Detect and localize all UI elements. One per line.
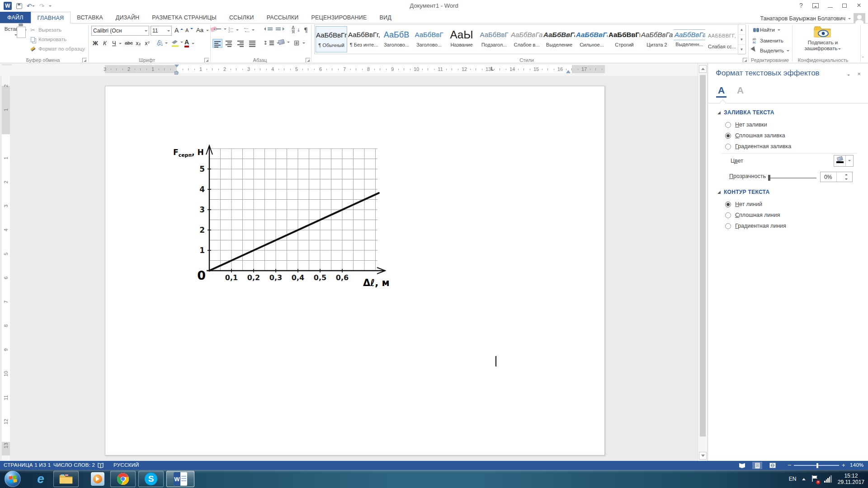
document-chart[interactable]: 0,10,20,30,40,50,6123450Fсерп, НΔℓ, м xyxy=(169,134,399,292)
radio-no-line[interactable]: Нет линий xyxy=(725,201,762,207)
bold-button[interactable]: Ж xyxy=(93,40,98,47)
zoom-slider[interactable] xyxy=(794,465,839,466)
minimize-button[interactable] xyxy=(824,0,836,10)
clipboard-dialog-launcher[interactable] xyxy=(82,58,87,62)
radio-icon-selected[interactable] xyxy=(725,202,731,207)
styles-scroll-down-icon[interactable]: ▼ xyxy=(738,35,745,45)
print-layout-icon[interactable] xyxy=(752,462,762,469)
strikethrough-button[interactable]: abc xyxy=(125,40,133,46)
style-heading1[interactable]: АаБбВЗаголово... xyxy=(381,26,412,52)
tab-view[interactable]: ВИД xyxy=(373,12,397,23)
styles-more-icon[interactable]: ▼ xyxy=(738,45,745,55)
tab-file[interactable]: ФАЙЛ xyxy=(0,12,31,23)
change-case-button[interactable]: Аа xyxy=(196,27,209,33)
justify-button[interactable] xyxy=(248,39,258,48)
zoom-in-button[interactable]: + xyxy=(842,462,845,469)
increase-indent-button[interactable] xyxy=(276,27,286,31)
avatar[interactable] xyxy=(854,13,865,24)
shading-button[interactable] xyxy=(278,40,290,44)
styles-gallery-scroll[interactable]: ▲ ▼ ▼ xyxy=(738,24,746,54)
zoom-level[interactable]: 140% xyxy=(850,462,864,468)
highlight-button[interactable] xyxy=(172,40,183,44)
radio-no-fill[interactable]: Нет заливки xyxy=(725,122,767,128)
zoom-out-button[interactable]: − xyxy=(788,461,791,469)
scroll-down-icon[interactable] xyxy=(699,452,707,460)
superscript-button[interactable]: x² xyxy=(145,40,150,47)
spin-down-icon[interactable] xyxy=(840,177,853,182)
radio-icon[interactable] xyxy=(725,122,731,128)
language-indicator[interactable]: РУССКИЙ xyxy=(113,462,139,468)
style-no-spacing[interactable]: АаБбВвГг,¶ Без инте... xyxy=(348,26,380,52)
action-center-icon[interactable]: ✕ xyxy=(811,475,818,483)
left-indent-marker[interactable] xyxy=(175,71,178,75)
borders-button[interactable]: ⊞ xyxy=(294,39,305,47)
radio-icon[interactable] xyxy=(725,223,731,229)
style-heading2[interactable]: АаБбВвГЗаголово... xyxy=(413,26,445,52)
style-quote2[interactable]: АаБбВвГаЦитата 2 xyxy=(641,26,673,52)
pane-tab-text-outline[interactable]: А xyxy=(735,85,745,96)
grow-font-button[interactable]: А xyxy=(175,27,183,34)
style-emphasis[interactable]: АаБбВвГаВыделение xyxy=(543,26,575,52)
tab-review[interactable]: РЕЦЕНЗИРОВАНИЕ xyxy=(305,12,373,23)
find-button[interactable]: Найти xyxy=(750,26,780,33)
tab-home[interactable]: ГЛАВНАЯ xyxy=(31,12,71,23)
show-marks-button[interactable]: ¶ xyxy=(304,26,308,33)
cut-button[interactable]: ✂ Вырезать xyxy=(29,26,61,33)
tab-insert[interactable]: ВСТАВКА xyxy=(71,12,109,23)
style-subtle-emphasis[interactable]: АаБбВвГаСлабое в... xyxy=(511,26,542,52)
taskbar-internet-explorer[interactable]: e xyxy=(28,471,53,487)
subscript-button[interactable]: x₂ xyxy=(136,40,141,47)
scroll-up-icon[interactable] xyxy=(699,65,707,73)
align-left-button[interactable] xyxy=(212,39,222,48)
proofing-icon[interactable] xyxy=(96,462,106,469)
clock[interactable]: 15:12 29.11.2017 xyxy=(838,473,864,485)
right-indent-marker[interactable] xyxy=(566,68,571,73)
start-button[interactable] xyxy=(5,471,21,487)
style-subtitle[interactable]: АаБбВвГПодзагол... xyxy=(478,26,510,52)
collapse-icon[interactable]: ◢ xyxy=(717,190,721,194)
section-header-text-outline[interactable]: КОНТУР ТЕКСТА xyxy=(724,189,769,195)
replace-button[interactable]: abac Заменить xyxy=(750,37,783,44)
read-mode-icon[interactable] xyxy=(737,462,747,469)
line-spacing-button[interactable]: ↕ xyxy=(263,40,279,46)
font-color-button[interactable]: А xyxy=(184,39,194,47)
styles-scroll-up-icon[interactable]: ▲ xyxy=(738,25,745,35)
page-indicator[interactable]: СТРАНИЦА 1 ИЗ 1 xyxy=(4,462,51,468)
font-family-combobox[interactable]: Calibri (Осн xyxy=(91,26,149,36)
bullets-button[interactable] xyxy=(214,27,226,31)
style-intense-quote[interactable]: АаБбВвГаВыделенн... xyxy=(674,26,705,52)
style-subtle-reference[interactable]: ААББВВГГ,Слабая сс... xyxy=(706,26,738,52)
style-normal[interactable]: АаБбВвГг,¶ Обычный xyxy=(316,26,347,52)
horizontal-ruler[interactable]: 3211234567891011121314151617 L xyxy=(0,65,698,73)
account-area[interactable]: Танатаров Бауыржан Болатович xyxy=(760,13,865,24)
user-name[interactable]: Танатаров Бауыржан Болатович xyxy=(760,15,845,22)
sort-button[interactable]: АЯ ↓ xyxy=(292,26,300,34)
tab-mailings[interactable]: РАССЫЛКИ xyxy=(260,12,305,23)
radio-solid-fill[interactable]: Сплошная заливка xyxy=(725,132,785,139)
pane-tab-text-fill[interactable]: А xyxy=(716,85,726,98)
taskbar-windows-explorer[interactable] xyxy=(53,471,79,487)
paragraph-dialog-launcher[interactable] xyxy=(306,58,310,62)
ribbon-display-options-button[interactable] xyxy=(809,0,822,10)
section-header-text-fill[interactable]: ЗАЛИВКА ТЕКСТА xyxy=(724,109,774,116)
network-icon[interactable] xyxy=(824,475,832,483)
radio-solid-line[interactable]: Сплошная линия xyxy=(725,212,780,218)
style-title[interactable]: АаЫНазвание xyxy=(446,26,477,52)
font-dialog-launcher[interactable] xyxy=(204,58,209,62)
word-count[interactable]: ЧИСЛО СЛОВ: 2 xyxy=(53,462,95,468)
vertical-ruler[interactable]: 2112345678910111213 xyxy=(2,76,10,461)
radio-icon-selected[interactable] xyxy=(725,133,731,139)
taskbar-media-player[interactable] xyxy=(85,471,110,487)
shrink-font-button[interactable]: А xyxy=(185,28,193,33)
transparency-value-field[interactable]: 0% xyxy=(820,172,853,182)
close-button[interactable]: × xyxy=(853,0,865,10)
transparency-slider[interactable] xyxy=(768,178,816,178)
copy-button[interactable]: Копировать xyxy=(29,36,66,43)
select-button[interactable]: Выделить xyxy=(750,47,789,54)
color-picker-button[interactable] xyxy=(834,155,854,167)
show-hidden-icons-icon[interactable] xyxy=(802,476,806,480)
collapse-ribbon-icon[interactable]: ⌃ xyxy=(861,56,867,61)
help-button[interactable]: ? xyxy=(795,0,807,10)
align-right-button[interactable] xyxy=(236,39,246,48)
multilevel-list-button[interactable]: ▪— ▪— xyxy=(244,27,255,33)
